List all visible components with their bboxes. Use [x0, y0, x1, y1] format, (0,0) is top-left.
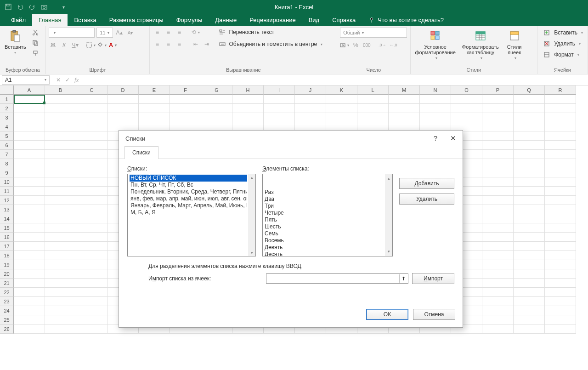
cell[interactable]: [14, 288, 45, 297]
cell[interactable]: [76, 150, 107, 159]
list-item[interactable]: НОВЫЙ СПИСОК: [130, 175, 247, 182]
cell[interactable]: [545, 269, 576, 279]
cell[interactable]: [482, 205, 514, 214]
paste-button[interactable]: Вставить ▾: [3, 28, 28, 56]
dialog-help-icon[interactable]: ?: [434, 134, 437, 142]
cell[interactable]: [76, 251, 107, 260]
cell[interactable]: [514, 122, 545, 131]
cell[interactable]: [14, 315, 45, 324]
cell[interactable]: [357, 104, 389, 113]
cell[interactable]: [482, 187, 514, 196]
cell[interactable]: [451, 95, 482, 104]
cell[interactable]: [76, 205, 107, 214]
cell[interactable]: [14, 306, 45, 315]
row-header[interactable]: 4: [0, 122, 14, 131]
tab-data[interactable]: Данные: [209, 14, 243, 26]
column-header[interactable]: G: [201, 85, 232, 95]
cell[interactable]: [14, 150, 45, 159]
cell[interactable]: [45, 214, 76, 223]
cell[interactable]: [482, 168, 514, 177]
cell[interactable]: [545, 177, 576, 187]
cell[interactable]: [545, 168, 576, 177]
cell[interactable]: [14, 297, 45, 306]
tab-view[interactable]: Вид: [302, 14, 326, 26]
conditional-formatting-button[interactable]: Условное форматирование: [413, 28, 458, 61]
cell[interactable]: [514, 196, 545, 205]
column-header[interactable]: F: [170, 85, 201, 95]
select-all-corner[interactable]: [0, 85, 14, 95]
list-item[interactable]: Понедельник, Вторник, Среда, Четверг, Пя…: [130, 188, 247, 195]
tab-home[interactable]: Главная: [32, 14, 68, 26]
cell[interactable]: [45, 104, 76, 113]
cell[interactable]: [45, 113, 76, 122]
cell[interactable]: [45, 159, 76, 168]
cell[interactable]: [357, 113, 389, 122]
column-header[interactable]: E: [139, 85, 170, 95]
cell[interactable]: [264, 95, 295, 104]
cell[interactable]: [45, 242, 76, 251]
cell[interactable]: [45, 297, 76, 306]
cell[interactable]: [14, 260, 45, 269]
cell[interactable]: [545, 104, 576, 113]
cell[interactable]: [514, 104, 545, 113]
cell[interactable]: [76, 324, 107, 334]
cell[interactable]: [545, 288, 576, 297]
cell[interactable]: [14, 214, 45, 223]
cell[interactable]: [514, 150, 545, 159]
cell[interactable]: [514, 324, 545, 334]
italic-icon[interactable]: К: [60, 40, 69, 50]
cell[interactable]: [76, 131, 107, 141]
cell[interactable]: [45, 150, 76, 159]
cell[interactable]: [14, 168, 45, 177]
cell[interactable]: [76, 288, 107, 297]
cell[interactable]: [170, 113, 201, 122]
cell[interactable]: [514, 168, 545, 177]
cell[interactable]: [45, 196, 76, 205]
cell[interactable]: [76, 196, 107, 205]
cell-styles-button[interactable]: Стили ячеек: [503, 28, 526, 61]
cell[interactable]: [76, 177, 107, 187]
cancel-button[interactable]: Отмена: [413, 309, 455, 320]
column-header[interactable]: O: [451, 85, 482, 95]
cell[interactable]: [14, 269, 45, 279]
cell[interactable]: [545, 242, 576, 251]
cell[interactable]: [482, 260, 514, 269]
cell[interactable]: [14, 324, 45, 334]
textarea-scrollbar[interactable]: ▴▾: [385, 174, 392, 256]
cell[interactable]: [514, 260, 545, 269]
cell[interactable]: [14, 233, 45, 242]
cell[interactable]: [545, 214, 576, 223]
cell[interactable]: [482, 223, 514, 233]
cell[interactable]: [514, 233, 545, 242]
list-item[interactable]: янв, фев, мар, апр, май, июн, июл, авг, …: [130, 195, 247, 202]
cell[interactable]: [545, 260, 576, 269]
row-header[interactable]: 11: [0, 187, 14, 196]
cell[interactable]: [201, 113, 232, 122]
column-header[interactable]: L: [357, 85, 389, 95]
align-left-icon[interactable]: ≡: [153, 40, 162, 49]
currency-icon[interactable]: [340, 40, 349, 50]
cell[interactable]: [76, 214, 107, 223]
cell[interactable]: [420, 104, 451, 113]
cell[interactable]: [45, 306, 76, 315]
column-header[interactable]: D: [107, 85, 139, 95]
cell[interactable]: [45, 223, 76, 233]
cell[interactable]: [14, 104, 45, 113]
list-entries-textarea[interactable]: Раз Два Три Четыре Пять Шесть Семь Восем…: [262, 174, 393, 256]
cell[interactable]: [482, 95, 514, 104]
cell[interactable]: [482, 113, 514, 122]
align-top-icon[interactable]: ≡: [153, 28, 162, 37]
cell[interactable]: [545, 196, 576, 205]
row-header[interactable]: 21: [0, 279, 14, 288]
cell[interactable]: [514, 141, 545, 150]
orientation-icon[interactable]: ⟲: [191, 28, 200, 37]
cell[interactable]: [76, 223, 107, 233]
cell[interactable]: [514, 223, 545, 233]
cell[interactable]: [201, 104, 232, 113]
align-middle-icon[interactable]: ≡: [164, 28, 173, 37]
row-header[interactable]: 18: [0, 251, 14, 260]
row-header[interactable]: 20: [0, 269, 14, 279]
row-header[interactable]: 26: [0, 324, 14, 334]
font-color-icon[interactable]: A: [108, 40, 118, 50]
cell[interactable]: [514, 95, 545, 104]
